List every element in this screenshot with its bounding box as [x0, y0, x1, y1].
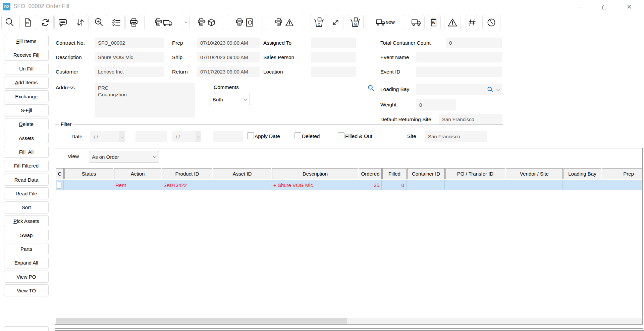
basket-m-icon-button[interactable]: M [347, 15, 364, 30]
column-header-container_id[interactable]: Container ID [407, 168, 445, 179]
column-header-prep[interactable]: Prep [602, 168, 643, 179]
row-checkbox[interactable] [57, 182, 61, 189]
event-name-field[interactable] [416, 52, 502, 62]
sales-person-field[interactable] [311, 52, 356, 62]
sidebar-button-view-to[interactable]: View TO [4, 284, 49, 296]
ship-date-field[interactable]: 07/10/2023 09:00 AM [197, 52, 260, 62]
sidebar-button-fill-filtered[interactable]: Fill Filtered [4, 160, 49, 172]
return-date-field[interactable]: 07/17/2023 09:00 AM [197, 66, 260, 77]
checklist-icon-button[interactable] [108, 15, 125, 30]
prep-label: Prep [172, 40, 183, 46]
grid-cell-asset_id [212, 180, 271, 190]
sidebar-button-pick-assets[interactable]: Pick Assets [4, 215, 49, 227]
zoom-in-icon-button[interactable] [91, 15, 107, 30]
print-icon-button[interactable] [125, 15, 142, 30]
truck-icon-button[interactable] [408, 15, 425, 30]
prep-date-field[interactable]: 07/10/2023 09:00 AM [197, 38, 260, 48]
pl-document-icon-button[interactable]: PL [19, 15, 36, 30]
date-to-value: / / [176, 134, 180, 140]
event-id-field[interactable] [416, 66, 502, 77]
sidebar-button-receive-fill[interactable]: Receive Fill [4, 49, 49, 61]
grid-header-row: CStatusActionProduct IDAsset IDDescripti… [56, 168, 643, 179]
scrollbar-thumb[interactable] [56, 318, 347, 324]
column-header-product_id[interactable]: Product ID [162, 168, 212, 179]
search-icon-button[interactable] [1, 15, 18, 30]
warning-triangle-icon-button[interactable] [444, 15, 461, 30]
sidebar-button-read-file[interactable]: Read File [4, 187, 49, 199]
print-box-icon-button[interactable] [189, 15, 224, 30]
comments-mode-select[interactable]: Both [210, 94, 250, 105]
column-header-ordered[interactable]: Ordered [359, 168, 382, 179]
column-header-loading_bay[interactable]: Loading Bay [564, 168, 601, 179]
print-truck-dropdown[interactable] [183, 22, 189, 23]
grid-cell-vendor_site [505, 180, 563, 190]
column-header-action[interactable]: Action [114, 168, 161, 179]
apply-date-checkbox[interactable] [247, 132, 254, 139]
print-truck-icon-button[interactable] [144, 15, 183, 30]
filter-date-to-field[interactable]: / / [172, 131, 201, 142]
print-document-o-icon-button[interactable]: O [227, 15, 263, 30]
total-container-count-field[interactable]: 0 [446, 38, 502, 48]
assigned-to-field[interactable] [311, 38, 356, 48]
date-to-dropdown[interactable] [196, 131, 201, 142]
expand-arrows-icon-button[interactable] [328, 15, 343, 30]
sidebar-button-exchange[interactable]: Exchange [4, 90, 49, 102]
basket-d-icon-button[interactable]: D [311, 15, 327, 30]
table-row[interactable]: RentSK013422+ Shure VOG Mic350 [56, 180, 643, 190]
column-header-vendor_site[interactable]: Vendor / Site [506, 168, 563, 179]
sidebar-button-assets[interactable]: Assets [4, 132, 49, 144]
sidebar-button-swap[interactable]: Swap [4, 229, 49, 241]
filled-and-out-checkbox[interactable] [338, 132, 344, 139]
filter-date-from-field[interactable]: / / [90, 131, 125, 142]
site-field[interactable]: San Francisco [425, 131, 487, 142]
sidebar-button-fill-items[interactable]: Fill Items [4, 35, 49, 47]
sidebar-button-add-items[interactable]: Add Items [4, 77, 49, 89]
view-select[interactable]: As on Order [89, 151, 159, 163]
column-header-filled[interactable]: Filled [382, 168, 407, 179]
sidebar-button-fill-all[interactable]: Fill All [4, 146, 49, 158]
deleted-checkbox[interactable] [294, 132, 301, 139]
comments-textarea[interactable] [263, 83, 376, 118]
minimize-button[interactable]: — [574, 2, 586, 11]
column-header-po_transfer_id[interactable]: PO / Transfer ID [445, 168, 505, 179]
sales-person-label: Sales Person [263, 54, 294, 60]
column-header-description[interactable]: Description [272, 168, 358, 179]
column-header-asset_id[interactable]: Asset ID [213, 168, 271, 179]
truck-now-icon-button[interactable]: NOW [366, 15, 405, 30]
close-button[interactable]: ✕ [623, 2, 635, 11]
filter-time-from-field[interactable] [136, 131, 167, 142]
description-field[interactable]: Shure VOG Mic [95, 52, 164, 62]
sidebar-button-view-po[interactable]: View PO [4, 271, 49, 283]
column-header-c[interactable]: C [56, 168, 64, 179]
restore-button[interactable] [598, 2, 610, 11]
clock-icon-button[interactable] [482, 15, 500, 30]
column-header-status[interactable]: Status [64, 168, 113, 179]
hash-icon-button[interactable] [466, 15, 478, 30]
comments-search-icon[interactable] [368, 85, 374, 91]
total-container-count-label: Total Container Count [380, 40, 431, 46]
contract-no-field[interactable]: SFO_00002 [95, 38, 164, 48]
comment-icon-button[interactable] [54, 15, 71, 30]
customer-field[interactable]: Lenovo Inc. [95, 66, 164, 77]
word-document-icon-button[interactable]: W [427, 15, 441, 30]
filter-time-to-field[interactable] [213, 131, 243, 142]
sidebar-button-sort[interactable]: Sort [4, 201, 49, 214]
default-returning-site-field[interactable]: San Francisco [439, 114, 502, 125]
sidebar-button-delete[interactable]: Delete [4, 118, 49, 130]
weight-field[interactable]: 0 [416, 99, 456, 110]
date-from-dropdown[interactable] [119, 131, 125, 142]
svg-text:D: D [318, 22, 320, 27]
sidebar-button-s-fill[interactable]: S-Fill [4, 104, 49, 116]
sidebar-button-expand-all[interactable]: Expand All [4, 257, 49, 269]
sidebar-button-parts[interactable]: Parts [4, 243, 49, 255]
sidebar-button-read-data[interactable]: Read Data [4, 174, 49, 186]
print-warning-icon-button[interactable] [265, 15, 303, 30]
horizontal-scrollbar[interactable] [56, 318, 642, 324]
sidebar-button-un-fill[interactable]: Un Fill [4, 63, 49, 75]
sidebar-partial-button[interactable] [4, 326, 49, 331]
loading-bay-combo[interactable] [416, 84, 502, 95]
location-field[interactable] [311, 66, 356, 77]
loading-bay-search-icon[interactable] [487, 86, 493, 93]
sort-arrows-icon-button[interactable] [72, 15, 89, 30]
address-field[interactable]: PRC Gouangzhou [95, 83, 195, 117]
